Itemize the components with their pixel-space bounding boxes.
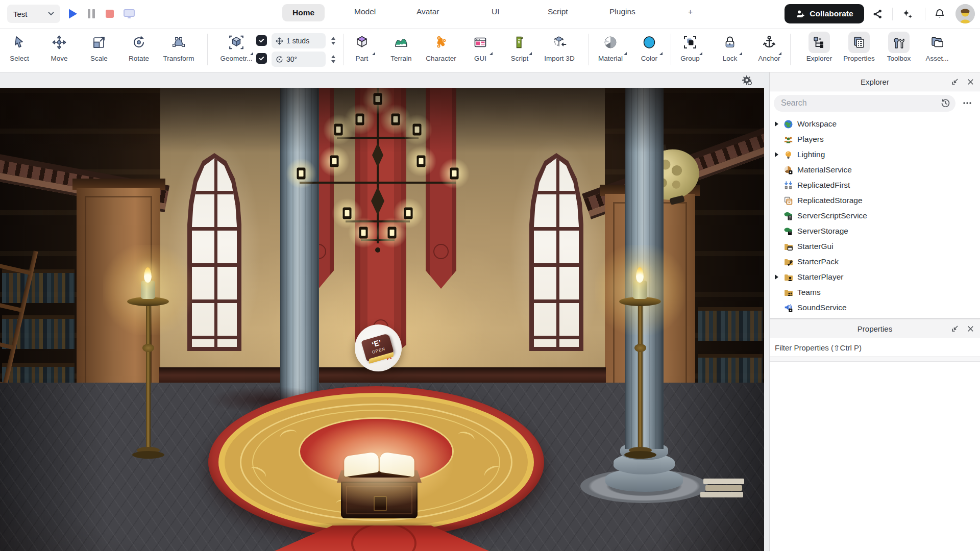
playtest-dropdown[interactable]: Test: [7, 5, 60, 23]
select-tool-button[interactable]: Select: [3, 31, 36, 62]
tab-avatar[interactable]: Avatar: [416, 7, 439, 16]
color-label: Color: [633, 55, 666, 62]
character-rig-icon: [433, 35, 449, 50]
move-tool-button[interactable]: Move: [43, 31, 76, 62]
rotate-small-icon: [276, 56, 283, 63]
lighting-icon: [783, 150, 797, 160]
explorer-item-replicatedstorage[interactable]: ReplicatedStorage: [770, 193, 980, 208]
explorer-item-serverstorage[interactable]: ServerStorage: [770, 223, 980, 239]
tab-script[interactable]: Script: [548, 7, 568, 16]
book-stack: [700, 479, 746, 498]
viewport-utility-strip: [0, 72, 764, 88]
stepper-down-icon[interactable]: [331, 60, 335, 63]
geometry-tool-button[interactable]: Geometr...: [216, 31, 256, 62]
interact-open-badge[interactable]: ‘E’ OPEN: [355, 324, 402, 371]
scale-tool-button[interactable]: Scale: [83, 31, 115, 62]
viewport-column: ‘E’ OPEN: [0, 72, 764, 551]
dock-panel-button[interactable]: [950, 324, 960, 333]
explorer-item-startergui[interactable]: StarterGui: [770, 239, 980, 254]
topbar: Test Home Model Avatar UI Script Plugins…: [0, 0, 980, 29]
select-cursor-icon: [12, 35, 27, 50]
snap-move-stepper[interactable]: [329, 33, 338, 48]
stepper-up-icon[interactable]: [331, 55, 335, 58]
close-panel-button[interactable]: [966, 324, 975, 333]
explorer-item-starterpack[interactable]: StarterPack: [770, 254, 980, 269]
explorer-item-workspace[interactable]: Workspace: [770, 116, 980, 132]
window-panes: [534, 158, 579, 347]
play-button[interactable]: [66, 7, 80, 20]
scale-icon: [91, 35, 107, 50]
snap-rotate-checkbox[interactable]: [256, 53, 267, 64]
expand-arrow-icon[interactable]: [775, 152, 783, 157]
search-history-button[interactable]: [941, 98, 950, 108]
panel-gutter: [764, 72, 769, 551]
toggle-explorer-button[interactable]: Explorer: [799, 31, 839, 62]
snap-rotate-field[interactable]: 30°: [272, 52, 326, 67]
expand-arrow-icon[interactable]: [775, 121, 783, 127]
transform-tool-button[interactable]: Transform: [159, 31, 198, 62]
snap-move-value: 1 studs: [286, 37, 309, 45]
explorer-item-replicatedfirst[interactable]: ReplicatedFirst: [770, 178, 980, 193]
collaborate-button[interactable]: Collaborate: [785, 4, 864, 23]
explorer-item-serverscriptservice[interactable]: ServerScriptService: [770, 208, 980, 223]
explorer-tree: Workspace Players Lighting MaterialServi…: [770, 115, 980, 315]
gothic-window-right: [529, 153, 583, 351]
explorer-item-starterplayer[interactable]: StarterPlayer: [770, 269, 980, 285]
dropdown-caret-icon: [250, 52, 253, 55]
pause-button[interactable]: [85, 7, 98, 20]
tab-ui[interactable]: UI: [492, 7, 500, 16]
toggle-properties-button[interactable]: Properties: [838, 31, 880, 62]
user-avatar[interactable]: [955, 4, 975, 23]
notifications-button[interactable]: [933, 7, 946, 20]
insert-gui-button[interactable]: GUI: [465, 31, 496, 62]
lock-button[interactable]: Lock: [715, 31, 745, 62]
material-label: Material: [591, 55, 630, 62]
dock-panel-button[interactable]: [950, 77, 960, 86]
tab-home[interactable]: Home: [282, 4, 325, 21]
viewport-settings-button[interactable]: [741, 74, 753, 86]
insert-part-button[interactable]: Part: [346, 31, 378, 62]
assistant-button[interactable]: [900, 7, 914, 20]
device-emulation-button[interactable]: [122, 7, 136, 20]
share-button[interactable]: [871, 7, 884, 20]
stop-button[interactable]: [103, 7, 116, 20]
stepper-down-icon[interactable]: [331, 42, 335, 45]
tab-model[interactable]: Model: [354, 7, 376, 16]
insert-terrain-button[interactable]: Terrain: [384, 31, 419, 62]
expand-arrow-icon[interactable]: [775, 274, 783, 280]
gui-icon: [473, 35, 488, 50]
snap-rotate-stepper[interactable]: [329, 52, 338, 67]
3d-viewport[interactable]: ‘E’ OPEN: [0, 88, 764, 551]
color-button[interactable]: Color: [633, 31, 666, 62]
explorer-item-players[interactable]: Players: [770, 132, 980, 147]
snap-move-checkbox[interactable]: [256, 35, 267, 46]
explorer-item-lighting[interactable]: Lighting: [770, 147, 980, 162]
stepper-up-icon[interactable]: [331, 37, 335, 40]
group-icon: [682, 35, 698, 50]
group-button[interactable]: Group: [675, 31, 705, 62]
toggle-asset-manager-button[interactable]: Asset...: [919, 31, 955, 62]
anchor-button[interactable]: Anchor: [754, 31, 785, 62]
explorer-item-soundservice[interactable]: SoundService: [770, 300, 980, 315]
select-label: Select: [3, 55, 36, 62]
explorer-search-input[interactable]: [774, 95, 955, 112]
explorer-menu-button[interactable]: [959, 95, 976, 111]
tab-plugins[interactable]: Plugins: [609, 7, 635, 16]
anchor-label: Anchor: [754, 55, 785, 62]
ribbon-divider: [671, 34, 671, 65]
import-3d-button[interactable]: Import 3D: [538, 31, 581, 62]
rotate-tool-button[interactable]: Rotate: [122, 31, 155, 62]
insert-script-button[interactable]: Script: [504, 31, 535, 62]
explorer-item-materialservice[interactable]: MaterialService: [770, 162, 980, 178]
explorer-item-teams[interactable]: Teams: [770, 285, 980, 300]
properties-filter-input[interactable]: [770, 338, 980, 357]
material-button[interactable]: Material: [591, 31, 630, 62]
bell-icon: [934, 8, 945, 19]
collaborate-label: Collaborate: [810, 9, 853, 18]
close-panel-button[interactable]: [966, 77, 975, 86]
snap-move-field[interactable]: 1 studs: [272, 33, 326, 48]
insert-character-button[interactable]: Character: [420, 31, 462, 62]
toggle-toolbox-button[interactable]: Toolbox: [881, 31, 917, 62]
tab-add-button[interactable]: +: [688, 7, 693, 16]
main-area: ‘E’ OPEN Explorer: [0, 72, 980, 551]
